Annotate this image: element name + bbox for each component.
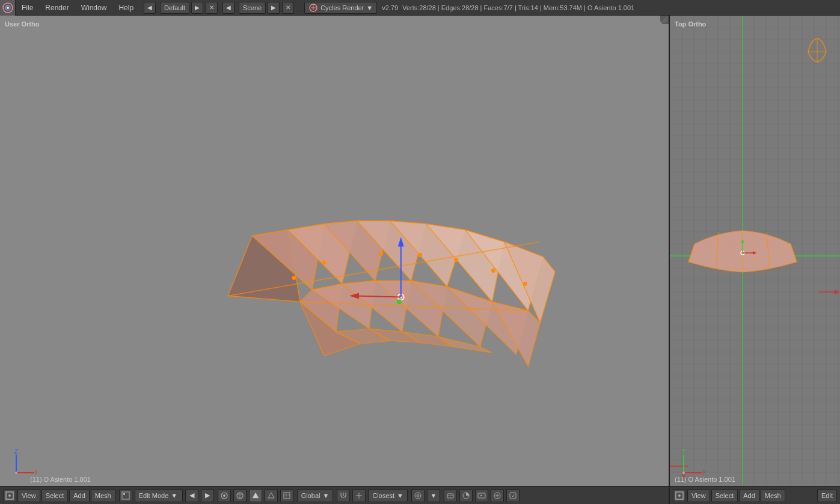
svg-point-63 <box>417 495 418 496</box>
engine-selector[interactable]: Cycles Render ▼ <box>304 2 377 14</box>
main-area: User Ortho <box>0 16 840 504</box>
extra-icon-1[interactable] <box>491 489 504 502</box>
view-btn-3d[interactable]: View <box>17 489 40 502</box>
svg-rect-50 <box>122 492 129 499</box>
viewport-shading-icon[interactable] <box>459 489 473 502</box>
svg-rect-70 <box>510 493 516 499</box>
closest-label: Closest <box>372 492 394 499</box>
view-opt-1[interactable] <box>218 489 231 502</box>
svg-rect-64 <box>447 494 453 498</box>
svg-point-34 <box>491 269 495 273</box>
split-handle-3d[interactable] <box>660 16 669 24</box>
add-btn-top[interactable]: Add <box>739 489 759 502</box>
svg-point-33 <box>454 258 458 262</box>
svg-point-31 <box>379 252 383 256</box>
scene-selector[interactable]: Scene <box>239 2 266 14</box>
svg-point-32 <box>418 253 422 257</box>
svg-point-49 <box>8 494 11 497</box>
svg-point-35 <box>523 282 527 286</box>
3d-object-svg <box>0 16 669 504</box>
stats-label: Verts:28/28 | Edges:28/28 | Faces:7/7 | … <box>402 4 634 11</box>
menu-window[interactable]: Window <box>75 0 113 16</box>
add-btn-3d[interactable]: Add <box>69 489 90 502</box>
svg-text:Y: Y <box>682 449 686 455</box>
viewport-3d[interactable]: User Ortho <box>0 16 670 504</box>
version-label: v2.79 <box>382 4 398 11</box>
svg-marker-56 <box>253 493 259 498</box>
viewport-top[interactable]: Top Ortho <box>670 16 840 504</box>
global-label: Global <box>301 492 320 499</box>
mode-icon-btn[interactable] <box>119 489 132 502</box>
overlay-icon[interactable] <box>444 489 457 502</box>
workspace-next-btn[interactable]: ▶ <box>191 2 203 14</box>
viewport-3d-label: User Ortho <box>5 20 39 28</box>
snap-icon[interactable] <box>352 489 366 502</box>
mode-selector[interactable]: Edit Mode ▼ <box>135 489 183 502</box>
viewport-3d-icon-btn[interactable] <box>3 489 16 502</box>
svg-point-29 <box>292 276 296 280</box>
global-selector[interactable]: Global ▼ <box>297 489 334 502</box>
status-3d: (11) O Asiento 1.001 <box>30 476 91 483</box>
scene-next-btn[interactable]: ▶ <box>268 2 280 14</box>
svg-point-148 <box>682 472 685 474</box>
svg-text:Z: Z <box>14 449 18 455</box>
mesh-btn-top[interactable]: Mesh <box>761 489 785 502</box>
mode-next-btn[interactable]: ▶ <box>201 489 214 502</box>
view-btn-top[interactable]: View <box>687 489 710 502</box>
select-btn-3d[interactable]: Select <box>41 489 69 502</box>
render-preview-icon[interactable] <box>475 489 488 502</box>
svg-point-38 <box>397 299 402 304</box>
toolbar-top: View Select Add Mesh Edit <box>670 486 840 504</box>
svg-point-30 <box>322 261 326 265</box>
svg-marker-68 <box>480 494 483 496</box>
svg-point-53 <box>223 494 225 497</box>
mesh-btn-3d[interactable]: Mesh <box>91 489 115 502</box>
view-opt-2[interactable] <box>233 489 247 502</box>
shading-tex[interactable] <box>280 489 293 502</box>
top-grid <box>670 16 840 484</box>
scene-label: Scene <box>243 4 262 11</box>
app-logo <box>0 0 16 16</box>
workspace-selector[interactable]: Default <box>160 2 189 14</box>
workspace-label: Default <box>164 4 185 11</box>
workspace-close-btn[interactable]: ✕ <box>206 2 218 14</box>
edit-btn-top[interactable]: Edit <box>817 489 837 502</box>
menu-render[interactable]: Render <box>39 0 75 16</box>
svg-rect-51 <box>123 493 125 495</box>
snap-magnet[interactable] <box>337 489 350 502</box>
extra-icon-2[interactable] <box>506 489 520 502</box>
svg-rect-58 <box>284 493 290 499</box>
viewport-top-icon-btn[interactable] <box>673 489 686 502</box>
svg-text:X: X <box>702 469 705 476</box>
mode-prev-btn[interactable]: ◀ <box>185 489 198 502</box>
svg-point-150 <box>678 494 681 497</box>
svg-marker-57 <box>268 493 274 498</box>
mode-label: Edit Mode <box>139 492 169 499</box>
proportional-btn[interactable] <box>411 489 425 502</box>
menu-help[interactable]: Help <box>112 0 139 16</box>
menu-file[interactable]: File <box>16 0 39 16</box>
select-btn-top[interactable]: Select <box>711 489 738 502</box>
engine-label: Cycles Render <box>320 4 364 11</box>
workspace-prev-btn[interactable]: ◀ <box>144 2 156 14</box>
scene-prev-btn[interactable]: ◀ <box>222 2 235 14</box>
top-menubar: File Render Window Help ◀ Default ▶ ✕ ◀ … <box>0 0 840 16</box>
svg-point-2 <box>7 7 9 9</box>
shading-wire[interactable] <box>265 489 278 502</box>
closest-selector[interactable]: Closest ▼ <box>368 489 408 502</box>
scene-close-btn[interactable]: ✕ <box>282 2 294 14</box>
stats-info: v2.79 Verts:28/28 | Edges:28/28 | Faces:… <box>382 4 634 11</box>
shading-solid[interactable] <box>249 489 262 502</box>
proportional-type[interactable]: ▼ <box>427 489 440 502</box>
status-top: (11) O Asiento 1.001 <box>675 476 735 483</box>
toolbar-3d: View Select Add Mesh Edit Mode ▼ ◀ ▶ <box>0 486 669 504</box>
viewport-top-label: Top Ortho <box>675 20 706 28</box>
svg-point-47 <box>15 472 17 474</box>
svg-text:X: X <box>35 469 37 476</box>
